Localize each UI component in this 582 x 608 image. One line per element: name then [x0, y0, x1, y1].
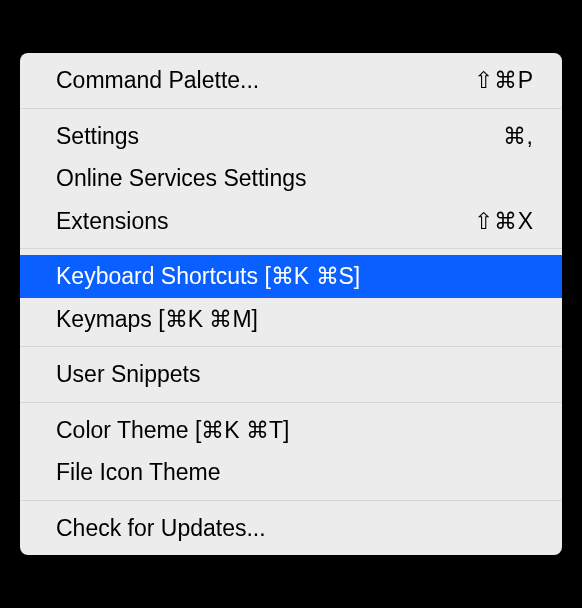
menu-divider	[20, 248, 562, 249]
menu-divider	[20, 500, 562, 501]
menu-item-command-palette[interactable]: Command Palette... ⇧⌘P	[20, 59, 562, 102]
menu-item-user-snippets[interactable]: User Snippets	[20, 353, 562, 396]
menu-item-label: Online Services Settings	[56, 161, 307, 196]
menu-item-label: Extensions	[56, 204, 169, 239]
menu-item-label: Check for Updates...	[56, 511, 266, 546]
menu-item-label: Keymaps [⌘K ⌘M]	[56, 302, 258, 337]
menu-item-color-theme[interactable]: Color Theme [⌘K ⌘T]	[20, 409, 562, 452]
menu-item-label: File Icon Theme	[56, 455, 220, 490]
menu-item-shortcut: ⇧⌘P	[474, 63, 534, 98]
menu-item-shortcut: ⌘,	[503, 119, 534, 154]
menu-item-keymaps[interactable]: Keymaps [⌘K ⌘M]	[20, 298, 562, 341]
menu-divider	[20, 346, 562, 347]
menu-item-label: Color Theme [⌘K ⌘T]	[56, 413, 289, 448]
menu-item-label: Settings	[56, 119, 139, 154]
menu-item-shortcut: ⇧⌘X	[474, 204, 534, 239]
menu-item-label: Keyboard Shortcuts [⌘K ⌘S]	[56, 259, 360, 294]
menu-item-online-services-settings[interactable]: Online Services Settings	[20, 157, 562, 200]
context-menu: Command Palette... ⇧⌘P Settings ⌘, Onlin…	[20, 53, 562, 555]
menu-item-file-icon-theme[interactable]: File Icon Theme	[20, 451, 562, 494]
menu-divider	[20, 108, 562, 109]
menu-item-extensions[interactable]: Extensions ⇧⌘X	[20, 200, 562, 243]
menu-item-label: User Snippets	[56, 357, 200, 392]
menu-divider	[20, 402, 562, 403]
menu-item-label: Command Palette...	[56, 63, 259, 98]
menu-item-settings[interactable]: Settings ⌘,	[20, 115, 562, 158]
menu-item-check-for-updates[interactable]: Check for Updates...	[20, 507, 562, 550]
menu-item-keyboard-shortcuts[interactable]: Keyboard Shortcuts [⌘K ⌘S]	[20, 255, 562, 298]
